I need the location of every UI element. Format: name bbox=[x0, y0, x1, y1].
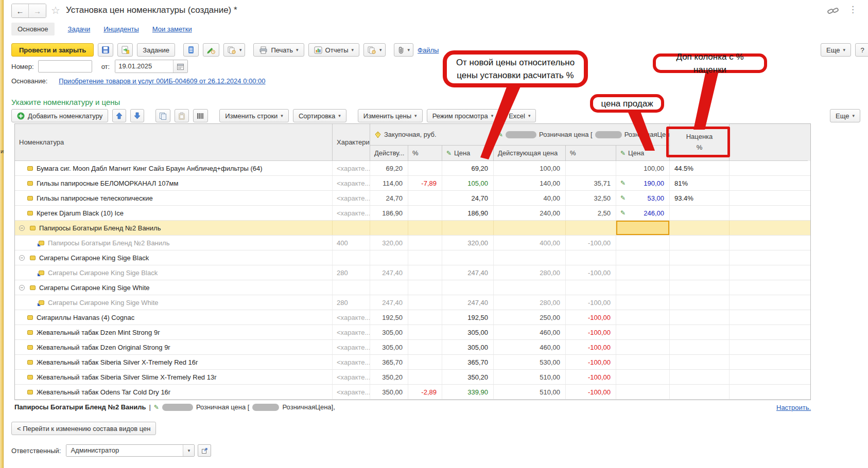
cell-nomenclature[interactable]: Сигареты Сигароне King Sige White bbox=[15, 280, 333, 295]
col-group-purchase[interactable]: Закупочная, руб. bbox=[370, 124, 494, 146]
cell-retail-active[interactable] bbox=[494, 250, 566, 265]
cell-purchase-pct[interactable] bbox=[408, 310, 442, 325]
table-more-button[interactable]: Еще▾ bbox=[830, 109, 860, 122]
cell-markup[interactable] bbox=[670, 206, 730, 220]
cell-purchase-new[interactable]: 339,90 bbox=[442, 385, 494, 399]
cell-characteristic[interactable]: <характе... bbox=[333, 191, 370, 205]
cell-nomenclature[interactable]: Папиросы Богатыри Бленд №2 Ваниль bbox=[15, 236, 333, 250]
cell-nomenclature[interactable]: Гильзы папиросные БЕЛОМОРКАНАЛ 107мм bbox=[15, 176, 333, 190]
table-row[interactable]: Сигариллы Havanas (4) Cognac <характе...… bbox=[15, 310, 810, 325]
cell-retail-pct[interactable]: -100,00 bbox=[566, 310, 616, 325]
cell-markup[interactable]: 81% bbox=[670, 176, 730, 190]
cell-purchase-new[interactable] bbox=[442, 250, 494, 265]
cell-retail-active[interactable] bbox=[494, 221, 566, 235]
col-nomenclature[interactable]: Номенклатура bbox=[15, 124, 333, 161]
cell-retail-pct[interactable]: -100,00 bbox=[566, 385, 616, 399]
cell-retail-active[interactable]: 140,00 bbox=[494, 176, 566, 190]
cell-purchase-new[interactable]: 305,00 bbox=[442, 325, 494, 339]
cell-nomenclature[interactable]: Бумага сиг. Moon Дабл Магнит Кинг Сайз Б… bbox=[15, 161, 333, 175]
cell-characteristic[interactable] bbox=[333, 221, 370, 235]
cell-purchase-active[interactable]: 305,00 bbox=[370, 325, 408, 339]
more-menu-icon[interactable]: ⋮ bbox=[848, 4, 857, 15]
cell-purchase-new[interactable]: 320,00 bbox=[442, 236, 494, 250]
cell-markup[interactable] bbox=[670, 310, 730, 325]
cell-purchase-new[interactable] bbox=[442, 280, 494, 295]
col-retail-pct[interactable]: % bbox=[566, 146, 616, 161]
cell-characteristic[interactable]: <характе... bbox=[333, 325, 370, 339]
cell-retail-new[interactable]: ✎ bbox=[616, 236, 670, 250]
cell-retail-pct[interactable]: 2,50 bbox=[566, 206, 616, 220]
cell-purchase-pct[interactable] bbox=[408, 280, 442, 295]
cell-retail-pct[interactable]: -100,00 bbox=[566, 295, 616, 310]
move-up-button[interactable] bbox=[112, 109, 126, 122]
edit-prices-button[interactable]: Изменить цены▾ bbox=[358, 109, 423, 122]
cell-retail-pct[interactable] bbox=[566, 250, 616, 265]
cell-purchase-active[interactable]: 69,20 bbox=[370, 161, 408, 175]
table-row[interactable]: Сигареты Сигароне King Sige White ✎ bbox=[15, 280, 810, 295]
date-field[interactable]: 19.01.2025 bbox=[115, 60, 188, 73]
cell-characteristic[interactable]: <характе... bbox=[333, 340, 370, 354]
cell-retail-pct[interactable] bbox=[566, 161, 616, 175]
cell-nomenclature[interactable]: Сигареты Сигароне King Sige Black bbox=[15, 265, 333, 280]
cell-retail-active[interactable]: 280,00 bbox=[494, 265, 566, 280]
cell-retail-new[interactable]: ✎190,00 bbox=[616, 176, 670, 190]
cell-purchase-new[interactable]: 247,40 bbox=[442, 265, 494, 280]
cell-markup[interactable] bbox=[670, 385, 730, 399]
cell-purchase-new[interactable]: 247,40 bbox=[442, 295, 494, 310]
cell-markup[interactable] bbox=[670, 265, 730, 280]
col-group-retail[interactable]: ✎ Розничная цена [ РозничнаяЦена... bbox=[494, 124, 670, 146]
cell-retail-pct[interactable]: 32,50 bbox=[566, 191, 616, 205]
cell-purchase-new[interactable]: 192,50 bbox=[442, 310, 494, 325]
table-row[interactable]: Жевательный табак Dzen Mint Strong 9г <х… bbox=[15, 325, 810, 340]
col-purchase-active[interactable]: Действу... bbox=[370, 146, 408, 161]
cell-retail-active[interactable]: 510,00 bbox=[494, 385, 566, 399]
cell-purchase-active[interactable] bbox=[370, 280, 408, 295]
cell-retail-new[interactable]: ✎ bbox=[616, 385, 670, 399]
cell-retail-new[interactable]: ✎ bbox=[616, 370, 670, 384]
col-characteristic[interactable]: Характеристика bbox=[333, 124, 370, 161]
cell-markup[interactable] bbox=[670, 370, 730, 384]
collapse-icon[interactable] bbox=[19, 225, 25, 231]
cell-purchase-pct[interactable] bbox=[408, 221, 442, 235]
col-purchase-price[interactable]: ✎Цена bbox=[442, 146, 494, 161]
cell-characteristic[interactable]: 280 bbox=[333, 295, 370, 310]
cell-purchase-new[interactable]: 350,20 bbox=[442, 370, 494, 384]
cell-purchase-active[interactable]: 365,70 bbox=[370, 355, 408, 369]
col-purchase-pct[interactable]: % bbox=[408, 146, 442, 161]
cell-markup[interactable] bbox=[670, 340, 730, 354]
cell-nomenclature[interactable]: Гильзы папиросные телескопические bbox=[15, 191, 333, 205]
cell-retail-new[interactable]: ✎ bbox=[616, 325, 670, 339]
cell-retail-pct[interactable]: 35,71 bbox=[566, 176, 616, 190]
tab-main[interactable]: Основное bbox=[11, 23, 55, 35]
cell-nomenclature[interactable]: Сигареты Сигароне King Sige Black bbox=[15, 250, 333, 265]
cell-characteristic[interactable]: <характе... bbox=[333, 161, 370, 175]
cell-purchase-active[interactable]: 114,00 bbox=[370, 176, 408, 190]
cell-characteristic[interactable]: <характе... bbox=[333, 206, 370, 220]
cell-purchase-pct[interactable] bbox=[408, 191, 442, 205]
cell-retail-new[interactable]: ✎ bbox=[616, 355, 670, 369]
cell-retail-active[interactable]: 530,00 bbox=[494, 355, 566, 369]
cell-retail-new[interactable]: ✎ bbox=[616, 340, 670, 354]
copy-schedule-button[interactable]: ▾ bbox=[223, 43, 246, 57]
cell-purchase-pct[interactable] bbox=[408, 355, 442, 369]
cell-purchase-pct[interactable] bbox=[408, 340, 442, 354]
cell-characteristic[interactable]: 400 bbox=[333, 236, 370, 250]
table-row[interactable]: Сигареты Сигароне King Sige Black 280 24… bbox=[15, 265, 810, 280]
cell-purchase-active[interactable]: 24,70 bbox=[370, 191, 408, 205]
col-retail-active[interactable]: Действующая цена bbox=[494, 146, 566, 161]
cell-characteristic[interactable]: <характе... bbox=[333, 176, 370, 190]
cell-nomenclature[interactable]: Жевательный табак Dzen Mint Strong 9г bbox=[15, 325, 333, 339]
cell-characteristic[interactable]: <характе... bbox=[333, 310, 370, 325]
link-icon[interactable] bbox=[827, 5, 839, 16]
open-responsible-button[interactable] bbox=[198, 444, 211, 457]
cell-purchase-new[interactable]: 305,00 bbox=[442, 340, 494, 354]
cell-retail-pct[interactable]: -100,00 bbox=[566, 355, 616, 369]
edit-history-button[interactable] bbox=[203, 43, 219, 57]
cell-purchase-new[interactable]: 105,00 bbox=[442, 176, 494, 190]
cell-retail-new[interactable]: ✎53,00 bbox=[616, 191, 670, 205]
cell-retail-active[interactable]: 460,00 bbox=[494, 325, 566, 339]
collapse-icon[interactable] bbox=[19, 255, 25, 261]
cell-retail-pct[interactable]: -100,00 bbox=[566, 370, 616, 384]
table-row[interactable]: Папиросы Богатыри Бленд №2 Ваниль 400 32… bbox=[15, 236, 810, 250]
cell-purchase-new[interactable]: 69,20 bbox=[442, 161, 494, 175]
